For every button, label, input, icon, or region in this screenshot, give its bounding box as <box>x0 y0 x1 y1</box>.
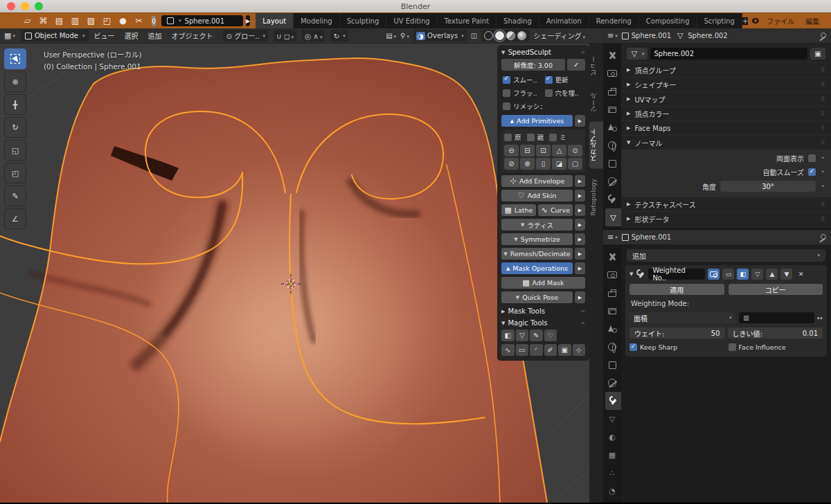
arc-icon[interactable]: ◜ <box>530 344 543 356</box>
show-object-types-dropdown[interactable]: ▤▾ <box>386 32 396 39</box>
curve-stroke-icon[interactable]: ∿ <box>501 344 515 356</box>
remesh-decimate-options-button[interactable]: ▶ <box>575 248 585 260</box>
check-remesh[interactable]: リメッシュ <box>503 101 542 111</box>
check-parent[interactable]: 親 <box>527 132 544 142</box>
mask-operations-options-button[interactable]: ▶ <box>575 262 585 274</box>
mask-tools-header[interactable]: ▶Mask Tools≡ <box>501 307 585 315</box>
editor-type-button[interactable]: ▦▾ <box>4 31 15 40</box>
circle-primitive-icon[interactable]: ⊘ <box>504 158 519 170</box>
delete-modifier-button[interactable]: ✕ <box>795 269 807 280</box>
tab-compositing[interactable]: Compositing <box>639 13 697 28</box>
datablock-type-button[interactable]: ▽▾ <box>627 48 647 60</box>
modifier-tab[interactable] <box>603 190 621 208</box>
add-modifier-dropdown[interactable]: 追加▾ <box>627 249 825 262</box>
ntab-view[interactable]: ビュー <box>589 49 603 83</box>
auto-smooth-checkbox[interactable] <box>808 168 816 176</box>
lattice-options-button[interactable]: ▶ <box>575 219 585 231</box>
speedsculpt-panel-header[interactable]: ▼SpeedSculpt≡ <box>501 48 585 56</box>
magnet-icon[interactable]: ∪ <box>276 32 282 40</box>
magic-tools-header[interactable]: ▼Magic Tools≡ <box>501 319 585 327</box>
menu-view[interactable]: ビュー <box>89 30 119 41</box>
panel-vertex-groups[interactable]: ▶頂点グループ⠿ <box>621 62 831 77</box>
face-influence-option[interactable]: Face Influence <box>729 343 823 351</box>
select-box-tool[interactable] <box>4 48 26 69</box>
proportional-edit-icon[interactable]: ◎ <box>305 32 311 40</box>
view-layer-tab[interactable] <box>603 302 621 320</box>
panel-normals[interactable]: ▼ノーマル⠿ <box>621 135 831 150</box>
blender-logo-icon[interactable] <box>4 15 19 26</box>
rotate-tool[interactable]: ↻ <box>4 117 26 138</box>
editor-type-button[interactable]: ≡▾ <box>607 31 618 40</box>
realtime-visibility-toggle[interactable]: ▭ <box>722 269 734 280</box>
copy-button[interactable]: コピー <box>729 284 823 295</box>
add-primitives-button[interactable]: ▲Add Primitives <box>501 115 573 127</box>
animate-dot-icon[interactable]: • <box>820 155 825 161</box>
move-up-button[interactable]: ▲ <box>766 269 778 280</box>
add-mask-button[interactable]: ▩Add Mask <box>501 277 585 289</box>
transform-tool[interactable]: ◰ <box>4 163 26 183</box>
modifier-tab[interactable] <box>605 392 621 410</box>
ntab-retopology[interactable]: Retopology <box>589 172 603 223</box>
archive-icon[interactable]: ▥ <box>68 15 82 26</box>
object-data-tab[interactable]: ▽ <box>603 410 621 428</box>
texture-tab[interactable]: ▦ <box>603 446 621 464</box>
pencil-icon[interactable]: ✎ <box>530 330 543 341</box>
scene-tab[interactable] <box>603 320 621 338</box>
tube-primitive-icon[interactable]: ▯ <box>536 158 551 170</box>
render-visibility-toggle[interactable] <box>708 269 720 280</box>
modifier-name-field[interactable]: Weighted No.. <box>648 269 705 280</box>
panel-shape-keys[interactable]: ▶シェイプキー⠿ <box>621 77 831 91</box>
pin-icon[interactable] <box>819 32 827 40</box>
cursor-tool[interactable]: ⊕ <box>4 71 26 92</box>
cone-primitive-icon[interactable]: △ <box>552 145 566 156</box>
check-fill-holes[interactable]: 穴を埋.. <box>545 88 584 98</box>
capsule-primitive-icon[interactable]: ⊗ <box>520 158 535 170</box>
bone-icon[interactable]: ⊹ <box>573 344 586 356</box>
tab-sculpting[interactable]: Sculpting <box>340 13 387 28</box>
render-tab[interactable] <box>603 266 621 284</box>
folder-icon[interactable]: ◰ <box>100 15 114 26</box>
add-skin-button[interactable]: ♡Add Skin <box>501 190 573 201</box>
check-smooth[interactable]: スムー.. <box>503 75 542 84</box>
tab-texture-paint[interactable]: Texture Paint <box>438 13 497 28</box>
extract-square-icon[interactable]: ▣ <box>558 344 571 356</box>
annotate-tool[interactable]: ✎ <box>4 186 26 206</box>
solid-shading-icon[interactable] <box>495 31 504 40</box>
move-tool[interactable]: ╋ <box>4 94 26 115</box>
record-toggle-icon[interactable]: ● <box>116 15 130 26</box>
mask-operations-button[interactable]: ▲Mask Operations <box>501 262 573 274</box>
tab-scripting[interactable]: Scripting <box>697 13 742 28</box>
scene-tab[interactable] <box>603 118 621 136</box>
move-down-button[interactable]: ▼ <box>780 269 792 280</box>
vertex-group-field[interactable]: ▥ <box>739 312 814 323</box>
datablock-name-field[interactable]: Sphere.002 <box>650 48 807 60</box>
orientation-dropdown[interactable]: ⊙ グロー.. ▾ <box>223 30 268 42</box>
viewport-canvas[interactable]: User Perspective (ローカル) (0) Collection |… <box>0 44 589 503</box>
tab-uv-editing[interactable]: UV Editing <box>386 13 437 28</box>
render-tab[interactable] <box>603 64 621 82</box>
auto-smooth-angle-field[interactable]: 30° <box>720 181 816 192</box>
remesh-decimate-button[interactable]: ▼Remesh/Decimate <box>501 248 573 260</box>
breadcrumb-object[interactable]: Sphere.001 <box>622 233 672 241</box>
add-envelope-options-button[interactable]: ▶ <box>575 175 585 187</box>
symmetrize-button[interactable]: ▼Symmetrize <box>501 233 573 245</box>
wireframe-shading-icon[interactable] <box>484 31 493 40</box>
cut-icon[interactable]: ✂ <box>132 15 146 26</box>
show-gizmo-dropdown[interactable]: ⚲▾ <box>400 32 409 39</box>
tool-tab[interactable] <box>603 46 621 64</box>
add-skin-options-button[interactable]: ▶ <box>575 190 585 201</box>
screen-icon[interactable]: ▭ <box>516 344 529 356</box>
world-tab[interactable] <box>603 338 621 356</box>
menu-add[interactable]: 追加 <box>143 30 166 41</box>
resolution-button[interactable]: 解像度: 3.00 <box>501 59 565 71</box>
output-tab[interactable] <box>603 284 621 302</box>
sphere-primitive-icon[interactable]: ⊖ <box>504 145 519 156</box>
tab-rendering[interactable]: Rendering <box>589 13 639 28</box>
object-data-tab[interactable]: ▽ <box>605 208 621 226</box>
panel-face-maps[interactable]: ▶Face Maps⠿ <box>621 120 831 135</box>
mesh-wire-icon[interactable]: ▽ <box>516 330 529 341</box>
confirm-button[interactable]: ✓ <box>567 59 585 71</box>
physics-sim-tab[interactable]: ◔ <box>603 482 621 500</box>
snap-target-icon[interactable]: ◻▾ <box>284 32 294 40</box>
tool-tab[interactable] <box>603 248 621 266</box>
